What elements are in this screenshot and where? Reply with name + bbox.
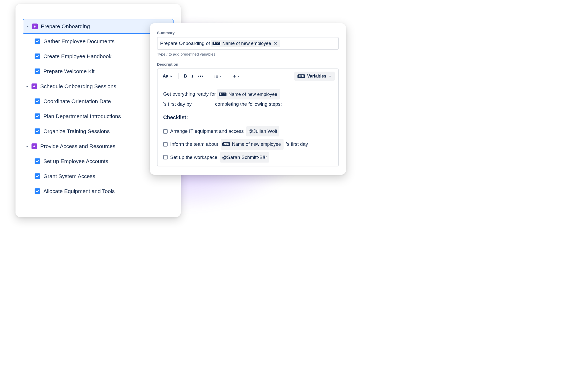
summary-variable-chip[interactable]: ABC Name of new employee ✕ — [211, 40, 280, 47]
bold-button[interactable]: B — [182, 72, 189, 80]
insert-button[interactable] — [231, 72, 242, 80]
tree-child-label: Coordinate Orientation Date — [43, 98, 111, 104]
tree-child-label: Organize Training Sessions — [43, 128, 110, 134]
check-icon — [35, 98, 40, 104]
bolt-icon — [32, 83, 37, 89]
editor-line: 's first day by completing the following… — [163, 99, 333, 109]
checklist-item: Inform the team about ABC Name of new em… — [163, 138, 333, 151]
check-icon — [35, 53, 40, 59]
svg-rect-3 — [216, 76, 218, 76]
tree-child-label: Grant System Access — [43, 173, 95, 179]
check-icon — [35, 188, 40, 194]
user-mention[interactable]: @Julian Wolf — [246, 126, 279, 136]
remove-variable-button[interactable]: ✕ — [273, 41, 278, 46]
bolt-icon — [32, 24, 38, 29]
tree-child-label: Plan Departmental Introductions — [43, 113, 121, 119]
abc-icon: ABC — [222, 142, 230, 146]
chevron-down-icon — [25, 84, 29, 89]
check-icon — [35, 68, 40, 74]
abc-icon: ABC — [213, 42, 220, 45]
toolbar-separator — [227, 73, 227, 79]
chevron-down-icon — [25, 144, 29, 149]
chevron-down-icon — [169, 74, 173, 78]
checkbox[interactable] — [163, 142, 168, 147]
variables-button[interactable]: ABC Variables — [294, 72, 335, 81]
checklist-item: Set up the workspace @Sarah Schmitt-Bär — [163, 151, 333, 164]
abc-icon: ABC — [219, 93, 226, 96]
chevron-down-icon — [237, 74, 240, 78]
inline-variable-chip[interactable]: ABC Name of new employee — [221, 139, 284, 149]
chevron-down-icon — [219, 74, 222, 78]
list-button[interactable] — [213, 72, 223, 80]
description-label: Description — [157, 62, 339, 66]
tree-parent-label: Prepare Onboarding — [41, 23, 90, 29]
toolbar-separator — [178, 73, 179, 79]
check-icon — [35, 158, 40, 164]
tree-child-label: Prepare Welcome Kit — [43, 68, 95, 74]
tree-child-label: Allocate Equipment and Tools — [43, 188, 115, 194]
checklist-item: Arrange IT equipment and access @Julian … — [163, 125, 333, 138]
summary-prefix-text: Prepare Onboarding of — [160, 41, 210, 46]
editor-content[interactable]: Get everything ready for ABC Name of new… — [158, 83, 338, 166]
template-editor-panel: Summary Prepare Onboarding of ABC Name o… — [150, 23, 346, 175]
list-icon — [214, 74, 218, 78]
check-icon — [35, 173, 40, 179]
svg-rect-1 — [216, 75, 218, 75]
more-formatting-button[interactable]: ••• — [197, 72, 205, 80]
tree-parent-label: Schedule Onboarding Sessions — [40, 83, 116, 89]
editor-line: Get everything ready for ABC Name of new… — [163, 89, 333, 99]
inline-variable-chip[interactable]: ABC Name of new employee — [217, 89, 280, 99]
text-style-button[interactable]: Aa — [161, 72, 175, 80]
tree-parent-label: Provide Access and Resources — [40, 143, 115, 149]
svg-point-4 — [214, 77, 215, 78]
check-icon — [35, 39, 40, 44]
toolbar-separator — [209, 73, 209, 79]
svg-point-2 — [214, 76, 215, 76]
svg-rect-5 — [216, 77, 218, 78]
check-icon — [35, 113, 40, 119]
plus-icon — [232, 74, 237, 78]
editor-toolbar: Aa B I ••• ABC — [158, 69, 338, 83]
check-icon — [35, 128, 40, 134]
italic-button[interactable]: I — [190, 72, 195, 80]
checklist-heading: Checklist: — [163, 112, 333, 122]
summary-hint: Type / to add predefined variables — [157, 52, 339, 56]
tree-child-label: Gather Employee Documents — [43, 38, 114, 44]
tree-child-label: Create Employee Handbook — [43, 53, 112, 59]
description-editor: Aa B I ••• ABC — [157, 68, 339, 166]
abc-icon: ABC — [297, 74, 305, 78]
summary-input[interactable]: Prepare Onboarding of ABC Name of new em… — [157, 37, 339, 50]
tree-child-label: Set up Employee Accounts — [43, 158, 108, 164]
summary-variable-text: Name of new employee — [222, 41, 271, 46]
tree-child-row[interactable]: Allocate Equipment and Tools — [23, 184, 174, 199]
user-mention[interactable]: @Sarah Schmitt-Bär — [220, 152, 269, 163]
bolt-icon — [32, 143, 37, 149]
summary-label: Summary — [157, 30, 339, 35]
chevron-down-icon — [328, 74, 332, 78]
chevron-down-icon — [25, 24, 30, 29]
checkbox[interactable] — [163, 155, 168, 159]
checkbox[interactable] — [163, 129, 168, 134]
svg-point-0 — [214, 75, 215, 75]
